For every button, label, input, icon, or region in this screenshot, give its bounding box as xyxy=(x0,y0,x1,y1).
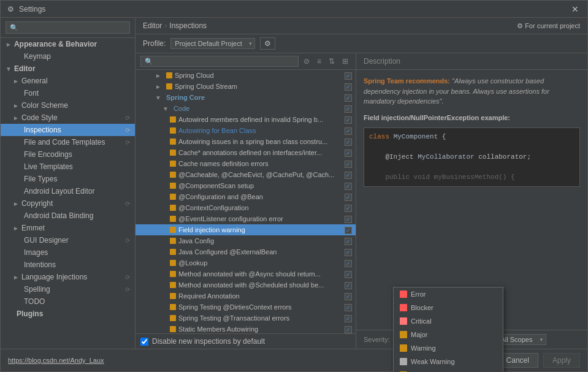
check-box[interactable] xyxy=(345,139,352,146)
check-box[interactable] xyxy=(345,83,352,91)
sidebar-item-intentions[interactable]: Intentions xyxy=(1,259,135,271)
tree-item-java-config[interactable]: Java Config xyxy=(136,235,356,246)
tree-item-code[interactable]: Code xyxy=(136,103,356,114)
tree-item-autowired-invalid[interactable]: Autowired members defined in invalid Spr… xyxy=(136,114,356,125)
sidebar-item-file-types[interactable]: File Types xyxy=(1,173,135,185)
tree-item-spring-cloud[interactable]: Spring Cloud xyxy=(136,70,356,81)
sidebar-item-plugins[interactable]: Plugins xyxy=(1,308,135,320)
check-box[interactable] xyxy=(345,161,352,168)
check-box[interactable] xyxy=(345,293,352,300)
check-box[interactable] xyxy=(345,194,352,201)
check-box[interactable] xyxy=(345,282,352,289)
collapse-button[interactable]: ⇅ xyxy=(326,56,337,67)
tree-item-transactional-errors[interactable]: Spring Testing @Transactional errors xyxy=(136,313,356,324)
sidebar-item-color-scheme[interactable]: Color Scheme xyxy=(1,99,135,112)
check-box[interactable] xyxy=(345,116,352,124)
check-box[interactable] xyxy=(345,216,352,223)
tree-item-dirty-context[interactable]: Spring Testing @DirtiesContext errors xyxy=(136,302,356,313)
check-box[interactable] xyxy=(345,260,352,267)
tree-item-cache-names[interactable]: Cache names definition errors xyxy=(136,158,356,169)
sidebar-item-inspections[interactable]: Inspections ⟳ xyxy=(1,124,135,136)
sidebar-item-file-encodings[interactable]: File Encodings xyxy=(1,148,135,161)
group-button[interactable]: ⊞ xyxy=(340,56,351,67)
check-box[interactable] xyxy=(345,304,352,311)
dropdown-item-server-problem[interactable]: Server Problem xyxy=(394,368,503,372)
profile-gear-button[interactable]: ⚙ xyxy=(260,37,275,50)
sidebar-item-android-layout[interactable]: Android Layout Editor xyxy=(1,185,135,197)
tree-item-label: @ContextConfiguration xyxy=(178,204,249,211)
tree-item-cache-annotations[interactable]: Cache* annotations defined on interfaces… xyxy=(136,147,356,158)
tree-item-event-listener[interactable]: @EventListener configuration error xyxy=(136,213,356,224)
dropdown-item-label: Major xyxy=(411,331,428,338)
tree-item-context-config[interactable]: @ContextConfiguration xyxy=(136,202,356,213)
profile-select[interactable]: Project Default Project xyxy=(170,38,255,49)
sidebar-item-label: Code Style xyxy=(21,113,58,122)
sidebar-item-label: File Types xyxy=(24,175,57,183)
sidebar-item-label: Spelling xyxy=(24,285,50,294)
sidebar-search-input[interactable] xyxy=(6,21,130,34)
dropdown-item-warning[interactable]: Warning xyxy=(394,341,503,355)
check-box[interactable] xyxy=(345,127,352,135)
sidebar-item-language-injections[interactable]: Language Injections ⟳ xyxy=(1,271,135,283)
filter-button[interactable]: ⊘ xyxy=(301,56,312,67)
panel-header: Editor › Inspections ⚙ For current proje… xyxy=(136,18,587,34)
sidebar-item-images[interactable]: Images xyxy=(1,246,135,259)
arrow-icon xyxy=(13,274,19,281)
tree-item-spring-cloud-stream[interactable]: Spring Cloud Stream xyxy=(136,81,356,92)
sidebar-item-file-code-templates[interactable]: File and Code Templates ⟳ xyxy=(1,136,135,148)
dropdown-item-blocker[interactable]: Blocker xyxy=(394,301,503,314)
tree-item-config-and-bean[interactable]: @Configuration and @Bean xyxy=(136,191,356,202)
tree-item-cacheable-evict[interactable]: @Cacheable, @CacheEvict, @CachePut, @Cac… xyxy=(136,169,356,180)
check-box[interactable] xyxy=(345,271,352,278)
check-box[interactable] xyxy=(345,172,352,179)
sidebar-item-keymap[interactable]: Keymap xyxy=(1,50,135,63)
tree-item-autowiring-bean[interactable]: Autowiring for Bean Class xyxy=(136,125,356,136)
check-box[interactable] xyxy=(345,105,352,113)
check-box[interactable] xyxy=(345,183,352,190)
tree-item-async-method[interactable]: Method annotated with @Async should retu… xyxy=(136,268,356,279)
dropdown-item-error[interactable]: Error xyxy=(394,287,503,301)
sidebar-item-code-style[interactable]: Code Style ⟳ xyxy=(1,112,135,124)
tree-search-input[interactable] xyxy=(140,56,299,67)
tree-item-component-scan[interactable]: @ComponentScan setup xyxy=(136,180,356,191)
sidebar-item-gui-designer[interactable]: GUI Designer ⟳ xyxy=(1,234,135,246)
tree-item-static-members[interactable]: Static Members Autowiring xyxy=(136,324,356,333)
dropdown-item-critical[interactable]: Critical xyxy=(394,314,503,328)
check-box[interactable] xyxy=(345,227,352,234)
tree-item-lookup[interactable]: @Lookup xyxy=(136,257,356,268)
tree-item-required-annotation[interactable]: Required Annotation xyxy=(136,290,356,302)
check-box[interactable] xyxy=(345,238,352,245)
tree-item-scheduled-method[interactable]: Method annotated with @Scheduled should … xyxy=(136,279,356,290)
check-box[interactable] xyxy=(345,205,352,212)
sidebar-item-editor[interactable]: Editor xyxy=(1,63,135,75)
apply-button[interactable]: Apply xyxy=(543,353,580,368)
disable-new-inspections-checkbox[interactable] xyxy=(140,338,148,346)
dropdown-item-weak-warning[interactable]: Weak Warning xyxy=(394,355,503,368)
tree-item-field-injection[interactable]: Field injection warning xyxy=(136,224,356,235)
check-box[interactable] xyxy=(345,150,352,157)
check-box[interactable] xyxy=(345,315,352,322)
check-box[interactable] xyxy=(345,249,352,256)
help-url[interactable]: https://blog.csdn.net/Andy_Laux xyxy=(8,357,104,364)
sidebar-item-font[interactable]: Font xyxy=(1,87,135,99)
sidebar-item-emmet[interactable]: Emmet xyxy=(1,222,135,234)
close-button[interactable]: ✕ xyxy=(568,3,582,15)
sync-icon: ⟳ xyxy=(125,200,130,207)
dropdown-item-major[interactable]: Major xyxy=(394,328,503,341)
sidebar-item-live-templates[interactable]: Live Templates xyxy=(1,161,135,173)
sidebar-item-todo[interactable]: TODO xyxy=(1,295,135,308)
expand-button[interactable]: ≡ xyxy=(315,56,324,67)
sidebar-item-copyright[interactable]: Copyright ⟳ xyxy=(1,197,135,210)
check-box[interactable] xyxy=(345,72,352,80)
sidebar-item-android-data-binding[interactable]: Android Data Binding xyxy=(1,210,135,222)
sidebar-item-label: File Encodings xyxy=(24,150,72,159)
severity-indicator xyxy=(170,238,176,244)
tree-item-java-external-bean[interactable]: Java Configured @ExternalBean xyxy=(136,246,356,257)
check-box[interactable] xyxy=(345,326,352,333)
sidebar-item-appearance[interactable]: Appearance & Behavior xyxy=(1,38,135,50)
tree-item-spring-core[interactable]: Spring Core xyxy=(136,92,356,103)
tree-item-autowiring-issues[interactable]: Autowiring issues in a spring bean class… xyxy=(136,136,356,147)
check-box[interactable] xyxy=(345,94,352,102)
sidebar-item-spelling[interactable]: Spelling ⟳ xyxy=(1,283,135,295)
sidebar-item-general[interactable]: General xyxy=(1,75,135,87)
